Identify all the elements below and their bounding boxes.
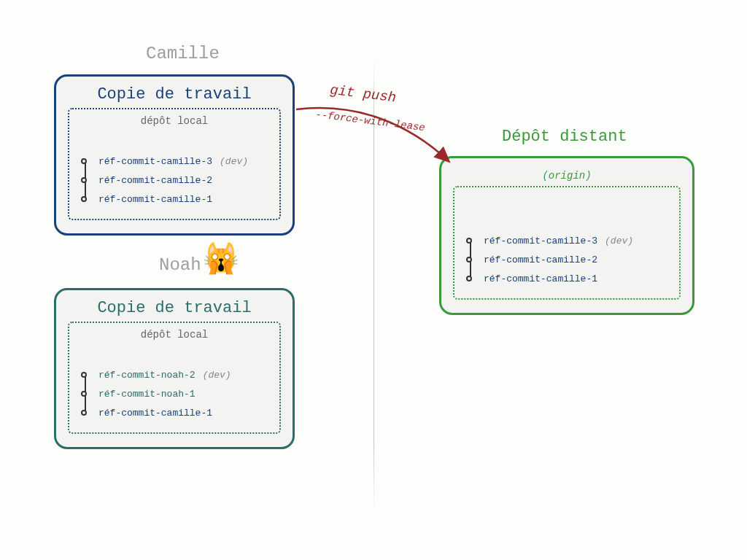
push-arrow-icon bbox=[292, 95, 460, 175]
commit-row: réf-commit-noah-2 (dev) bbox=[77, 365, 272, 384]
commit-dot-icon bbox=[81, 410, 87, 416]
commit-row: réf-commit-camille-2 bbox=[77, 171, 272, 190]
branch-tag: (dev) bbox=[605, 236, 633, 246]
commit-row: réf-commit-noah-1 bbox=[77, 384, 272, 403]
remote-repo-title: Dépôt distant bbox=[502, 128, 627, 146]
branch-tag: (dev) bbox=[203, 370, 231, 381]
commit-dot-icon bbox=[466, 238, 472, 244]
commit-dot-icon bbox=[81, 372, 87, 378]
noah-working-copy: Copie de travail dépôt local réf-commit-… bbox=[54, 288, 295, 449]
commit-ref: réf-commit-camille-2 bbox=[98, 175, 212, 186]
commit-row: réf-commit-camille-3 (dev) bbox=[77, 152, 272, 171]
commit-ref: réf-commit-noah-1 bbox=[98, 389, 196, 400]
person-label-camille: Camille bbox=[146, 44, 220, 63]
inner-title: dépôt local bbox=[77, 115, 272, 127]
origin-label: (origin) bbox=[453, 170, 681, 182]
commit-row: réf-commit-camille-3 (dev) bbox=[462, 231, 672, 250]
person-label-noah: Noah bbox=[159, 255, 201, 275]
box-title: Copie de travail bbox=[68, 85, 281, 104]
box-title: Copie de travail bbox=[68, 299, 281, 317]
commit-ref: réf-commit-camille-1 bbox=[98, 194, 212, 205]
commit-dot-icon bbox=[466, 276, 472, 281]
commit-ref: réf-commit-camille-2 bbox=[484, 254, 597, 265]
remote-repo-inner: réf-commit-camille-3 (dev) réf-commit-ca… bbox=[453, 186, 681, 300]
commit-dot-icon bbox=[81, 158, 87, 164]
commit-dot-icon bbox=[81, 177, 87, 183]
camille-working-copy: Copie de travail dépôt local réf-commit-… bbox=[54, 74, 295, 236]
commit-ref: réf-commit-camille-1 bbox=[484, 273, 597, 284]
commit-dot-icon bbox=[466, 257, 472, 262]
noah-local-repo: dépôt local réf-commit-noah-2 (dev) réf-… bbox=[68, 322, 281, 434]
branch-tag: (dev) bbox=[220, 156, 248, 167]
camille-local-repo: dépôt local réf-commit-camille-3 (dev) r… bbox=[68, 108, 281, 220]
commit-ref: réf-commit-noah-2 bbox=[98, 370, 196, 381]
commit-row: réf-commit-camille-1 bbox=[462, 269, 672, 288]
commit-ref: réf-commit-camille-3 bbox=[98, 156, 212, 167]
commit-ref: réf-commit-camille-1 bbox=[98, 408, 212, 419]
commit-ref: réf-commit-camille-3 bbox=[484, 236, 597, 246]
scream-cat-icon: 🙀 bbox=[203, 246, 239, 276]
commit-row: réf-commit-camille-1 bbox=[77, 190, 272, 209]
commit-row: réf-commit-camille-1 bbox=[77, 403, 272, 422]
remote-repo-box: (origin) réf-commit-camille-3 (dev) réf-… bbox=[439, 156, 694, 315]
commit-row: réf-commit-camille-2 bbox=[462, 250, 672, 269]
commit-dot-icon bbox=[81, 391, 87, 397]
inner-title: dépôt local bbox=[77, 329, 272, 341]
commit-dot-icon bbox=[81, 196, 87, 202]
